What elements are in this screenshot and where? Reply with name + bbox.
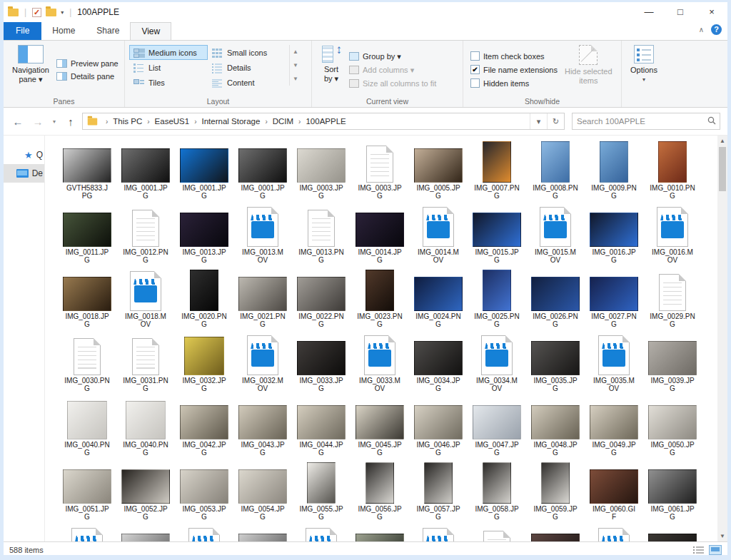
file-item[interactable]: IMG_0030.PNG <box>58 332 116 397</box>
checkbox-checked-icon[interactable]: ✔ <box>470 65 480 74</box>
file-item[interactable]: IMG_0024.PNG <box>409 268 468 332</box>
checkbox-file-name-extensions[interactable]: ✔File name extensions <box>470 65 558 74</box>
maximize-button[interactable]: □ <box>665 3 696 21</box>
layout-option-medium-icons[interactable]: Medium icons <box>129 45 208 60</box>
file-item[interactable]: IMG_0061.JPG <box>643 461 702 525</box>
checkbox-unchecked-icon[interactable] <box>470 78 480 88</box>
file-item[interactable]: IMG_0057.JPG <box>409 461 468 525</box>
file-item[interactable]: IMG_0043.JPG <box>233 397 292 461</box>
file-item[interactable]: IMG_0026.PNG <box>526 268 585 332</box>
new-folder-icon[interactable] <box>46 9 56 16</box>
file-item[interactable]: IMG_0055.JPG <box>292 461 351 525</box>
file-item[interactable]: IMG_0053.JPG <box>175 461 233 525</box>
file-item[interactable]: IMG_0013.JPG <box>175 204 233 268</box>
file-item[interactable]: IMG_0027.PNG <box>585 268 643 332</box>
add-columns-button[interactable]: Add columns ▾ <box>349 66 436 75</box>
checkbox-item-check-boxes[interactable]: Item check boxes <box>470 51 558 61</box>
vertical-scrollbar[interactable]: ▲ ▼ <box>717 136 727 541</box>
layout-option-list[interactable]: List <box>129 60 208 75</box>
file-item[interactable]: IMG_0018.MOV <box>116 268 175 332</box>
scrollbar-down-icon[interactable]: ▼ <box>717 531 727 541</box>
gallery-more-icon[interactable]: ▼ <box>290 72 301 86</box>
help-icon[interactable]: ? <box>711 24 722 35</box>
file-item[interactable] <box>175 525 233 541</box>
qat-customize-dropdown-icon[interactable]: ▾ <box>61 9 64 16</box>
file-item[interactable] <box>409 525 468 541</box>
file-item[interactable]: IMG_0001.JPG <box>116 140 175 204</box>
recent-locations-dropdown-icon[interactable]: ▾ <box>49 118 59 125</box>
file-item[interactable]: IMG_0046.JPG <box>409 397 468 461</box>
collapse-ribbon-icon[interactable]: ∧ <box>699 26 704 34</box>
file-item[interactable]: IMG_0042.JPG <box>175 397 233 461</box>
layout-option-tiles[interactable]: Tiles <box>129 75 208 90</box>
file-item[interactable] <box>585 525 643 541</box>
file-item[interactable]: IMG_0029.PNG <box>643 268 702 332</box>
file-item[interactable]: IMG_0003.JPG <box>292 140 351 204</box>
file-item[interactable]: IMG_0035.JPG <box>526 332 585 397</box>
breadcrumb-item-dcim[interactable]: DCIM <box>271 117 295 126</box>
file-item[interactable]: IMG_0060.GIF <box>585 461 643 525</box>
preview-pane-button[interactable]: Preview pane <box>56 59 119 68</box>
search-input[interactable] <box>573 117 704 126</box>
file-item[interactable]: IMG_0016.JPG <box>585 204 643 268</box>
file-item[interactable]: IMG_0040.PNG <box>116 397 175 461</box>
file-item[interactable] <box>116 525 175 541</box>
file-item[interactable]: IMG_0009.PNG <box>585 140 643 204</box>
file-item[interactable] <box>58 525 116 541</box>
file-item[interactable]: IMG_0015.MOV <box>526 204 585 268</box>
file-item[interactable]: IMG_0010.PNG <box>643 140 702 204</box>
file-item[interactable]: IMG_0005.JPG <box>409 140 468 204</box>
file-item[interactable]: IMG_0056.JPG <box>351 461 409 525</box>
file-item[interactable]: IMG_0039.JPG <box>643 332 702 397</box>
file-item[interactable]: IMG_0034.JPG <box>409 332 468 397</box>
file-item[interactable]: IMG_0051.JPG <box>58 461 116 525</box>
options-button[interactable]: Options ▾ <box>626 44 662 96</box>
file-item[interactable]: IMG_0033.JPG <box>292 332 351 397</box>
file-item[interactable]: IMG_0016.MOV <box>643 204 702 268</box>
scrollbar-up-icon[interactable]: ▲ <box>717 136 727 146</box>
file-item[interactable] <box>643 525 702 541</box>
sort-by-button[interactable]: Sort by ▾ <box>316 44 346 96</box>
layout-option-content[interactable]: Content <box>208 75 286 90</box>
checkbox-hidden-items[interactable]: Hidden items <box>470 78 558 88</box>
file-item[interactable]: IMG_0025.PNG <box>468 268 526 332</box>
back-icon[interactable]: ← <box>9 116 26 128</box>
file-item[interactable]: IMG_0014.JPG <box>351 204 409 268</box>
tab-file[interactable]: File <box>4 22 41 40</box>
file-item[interactable]: GVTH5833.JPG <box>58 140 116 204</box>
file-item[interactable]: IMG_0033.MOV <box>351 332 409 397</box>
file-item[interactable]: IMG_0021.PNG <box>233 268 292 332</box>
file-item[interactable]: IMG_0054.JPG <box>233 461 292 525</box>
breadcrumb-item-100apple[interactable]: 100APPLE <box>304 117 347 126</box>
file-item[interactable]: IMG_0052.JPG <box>116 461 175 525</box>
file-item[interactable]: IMG_0034.MOV <box>468 332 526 397</box>
file-item[interactable] <box>233 525 292 541</box>
scrollbar-thumb[interactable] <box>719 147 726 191</box>
breadcrumb-item-internal-storage[interactable]: Internal Storage <box>201 117 262 126</box>
address-box[interactable]: ›This PC›EaseUS1›Internal Storage›DCIM›1… <box>82 113 565 130</box>
details-pane-button[interactable]: Details pane <box>56 72 119 81</box>
thumbnail-view-toggle-icon[interactable] <box>709 545 722 555</box>
file-item[interactable]: IMG_0059.JPG <box>526 461 585 525</box>
file-item[interactable]: IMG_0008.PNG <box>526 140 585 204</box>
sidebar-item-q[interactable]: ★Q <box>4 146 44 164</box>
group-by-button[interactable]: Group by ▾ <box>349 52 436 61</box>
file-item[interactable]: IMG_0035.MOV <box>585 332 643 397</box>
file-item[interactable]: IMG_0023.PNG <box>351 268 409 332</box>
file-item[interactable]: IMG_0058.JPG <box>468 461 526 525</box>
file-item[interactable]: IMG_0032.JPG <box>175 332 233 397</box>
breadcrumb-item-easeus1[interactable]: EaseUS1 <box>153 117 191 126</box>
file-item[interactable]: IMG_0031.PNG <box>116 332 175 397</box>
file-item[interactable]: IMG_0049.JPG <box>585 397 643 461</box>
details-view-toggle-icon[interactable] <box>693 545 705 554</box>
file-item[interactable]: IMG_0014.MOV <box>409 204 468 268</box>
file-item[interactable]: IMG_0044.JPG <box>292 397 351 461</box>
file-item[interactable]: IMG_0050.JPG <box>643 397 702 461</box>
sidebar-item-de[interactable]: De <box>4 164 44 183</box>
file-item[interactable] <box>468 525 526 541</box>
file-item[interactable]: IMG_0048.JPG <box>526 397 585 461</box>
file-item[interactable]: IMG_0022.PNG <box>292 268 351 332</box>
file-item[interactable]: IMG_0032.MOV <box>233 332 292 397</box>
file-item[interactable]: IMG_0012.PNG <box>116 204 175 268</box>
tab-home[interactable]: Home <box>41 22 86 40</box>
